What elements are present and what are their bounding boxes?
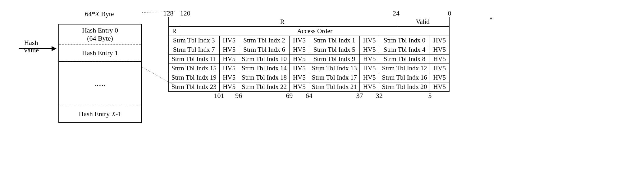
strm-tbl-indx: Strm Tbl Indx 4: [379, 45, 430, 54]
hv5: HV5: [359, 73, 379, 82]
tick-120: 120: [180, 9, 190, 17]
strm-tbl-indx: Strm Tbl Indx 5: [309, 45, 359, 54]
hash-entry-0-label: Hash Entry 0: [82, 26, 118, 34]
hv5: HV5: [430, 36, 449, 45]
entry-table: R Valid R Access Order Strm Tbl Indx 3 H…: [168, 17, 450, 92]
hash-entry-ellipsis: ......: [59, 62, 141, 105]
diagram-root: 64*X Byte Hash Value Hash Entry 0 (64 By…: [6, 6, 638, 165]
strm-tbl-indx: Strm Tbl Indx 17: [309, 73, 359, 82]
hash-label-line1: Hash: [24, 39, 38, 46]
hash-entry-1: Hash Entry 1: [59, 44, 141, 62]
tick-37: 37: [356, 92, 363, 100]
hash-entry-0: Hash Entry 0 (64 Byte): [59, 24, 141, 44]
index-row: Strm Tbl Indx 23 HV5 Strm Tbl Indx 22 HV…: [169, 82, 449, 91]
hash-value-label: Hash Value: [19, 39, 43, 54]
strm-tbl-indx: Strm Tbl Indx 0: [379, 36, 430, 45]
tick-24: 24: [393, 9, 400, 17]
tick-0: 0: [448, 9, 451, 17]
tick-5: 5: [428, 92, 432, 100]
hash-entry-last-label: Hash Entry X-1: [79, 110, 121, 118]
hv5: HV5: [219, 45, 239, 54]
tick-96: 96: [235, 92, 242, 100]
index-row: Strm Tbl Indx 11 HV5 Strm Tbl Indx 10 HV…: [169, 54, 449, 64]
hv5: HV5: [430, 55, 449, 64]
hv5: HV5: [359, 55, 379, 64]
strm-tbl-indx: Strm Tbl Indx 22: [239, 82, 290, 91]
bit-ticks-bottom: 101 96 69 64 37 32 5: [168, 92, 450, 100]
hash-entry-last: Hash Entry X-1: [59, 105, 141, 122]
tick-101: 101: [214, 92, 224, 100]
hv5: HV5: [430, 45, 449, 54]
entry-layout: 128 120 24 0 R Valid R Access Order Strm…: [168, 9, 450, 100]
strm-tbl-indx: Strm Tbl Indx 7: [169, 45, 219, 54]
hv5: HV5: [359, 64, 379, 73]
index-row: Strm Tbl Indx 3 HV5 Strm Tbl Indx 2 HV5 …: [169, 36, 449, 45]
strm-tbl-indx: Strm Tbl Indx 6: [239, 45, 290, 54]
index-row: Strm Tbl Indx 15 HV5 Strm Tbl Indx 14 HV…: [169, 64, 449, 73]
left-table-title: 64*X Byte: [68, 10, 130, 18]
strm-tbl-indx: Strm Tbl Indx 12: [379, 64, 430, 73]
strm-tbl-indx: Strm Tbl Indx 11: [169, 55, 219, 64]
strm-tbl-indx: Strm Tbl Indx 21: [309, 82, 359, 91]
access-order-field: Access Order: [180, 27, 449, 36]
hv5: HV5: [219, 36, 239, 45]
reserved-field: R: [169, 17, 396, 26]
arrow-icon: [19, 48, 56, 49]
title-suffix: Byte: [99, 10, 114, 18]
hv5: HV5: [219, 64, 239, 73]
index-row: Strm Tbl Indx 19 HV5 Strm Tbl Indx 18 HV…: [169, 73, 449, 82]
strm-tbl-indx: Strm Tbl Indx 13: [309, 64, 359, 73]
tick-128: 128: [163, 9, 174, 17]
hv5: HV5: [289, 36, 309, 45]
tick-32: 32: [376, 92, 383, 100]
hv5: HV5: [289, 73, 309, 82]
strm-tbl-indx: Strm Tbl Indx 18: [239, 73, 290, 82]
asterisk: *: [489, 15, 493, 24]
header-row-1: R Valid: [169, 17, 449, 26]
title-prefix: 64*: [85, 10, 95, 18]
strm-tbl-indx: Strm Tbl Indx 16: [379, 73, 430, 82]
title-var: X: [95, 10, 99, 18]
hash-entry-0-size: (64 Byte): [87, 34, 113, 42]
strm-tbl-indx: Strm Tbl Indx 2: [239, 36, 290, 45]
hv5: HV5: [289, 82, 309, 91]
reserved-field-2: R: [169, 27, 180, 36]
hv5: HV5: [219, 73, 239, 82]
hv5: HV5: [359, 82, 379, 91]
strm-tbl-indx: Strm Tbl Indx 1: [309, 36, 359, 45]
hv5: HV5: [430, 64, 449, 73]
strm-tbl-indx: Strm Tbl Indx 9: [309, 55, 359, 64]
header-row-2: R Access Order: [169, 26, 449, 36]
strm-tbl-indx: Strm Tbl Indx 15: [169, 64, 219, 73]
strm-tbl-indx: Strm Tbl Indx 20: [379, 82, 430, 91]
hv5: HV5: [359, 36, 379, 45]
index-row: Strm Tbl Indx 7 HV5 Strm Tbl Indx 6 HV5 …: [169, 45, 449, 54]
ellipsis: ......: [95, 80, 105, 88]
strm-tbl-indx: Strm Tbl Indx 19: [169, 73, 219, 82]
hv5: HV5: [359, 45, 379, 54]
hv5: HV5: [430, 82, 449, 91]
strm-tbl-indx: Strm Tbl Indx 14: [239, 64, 290, 73]
tick-69: 69: [286, 92, 293, 100]
strm-tbl-indx: Strm Tbl Indx 10: [239, 55, 290, 64]
strm-tbl-indx: Strm Tbl Indx 23: [169, 82, 219, 91]
hash-entry-table: Hash Entry 0 (64 Byte) Hash Entry 1 ....…: [58, 24, 142, 123]
hv5: HV5: [219, 82, 239, 91]
strm-tbl-indx: Strm Tbl Indx 8: [379, 55, 430, 64]
hv5: HV5: [430, 73, 449, 82]
hv5: HV5: [219, 55, 239, 64]
hv5: HV5: [289, 64, 309, 73]
hv5: HV5: [289, 45, 309, 54]
valid-field: Valid: [396, 17, 449, 26]
hash-label-line2: Value: [23, 46, 39, 54]
hash-entry-1-label: Hash Entry 1: [82, 49, 118, 57]
strm-tbl-indx: Strm Tbl Indx 3: [169, 36, 219, 45]
tick-64: 64: [306, 92, 313, 100]
hv5: HV5: [289, 55, 309, 64]
bit-ticks-top: 128 120 24 0: [168, 9, 450, 17]
